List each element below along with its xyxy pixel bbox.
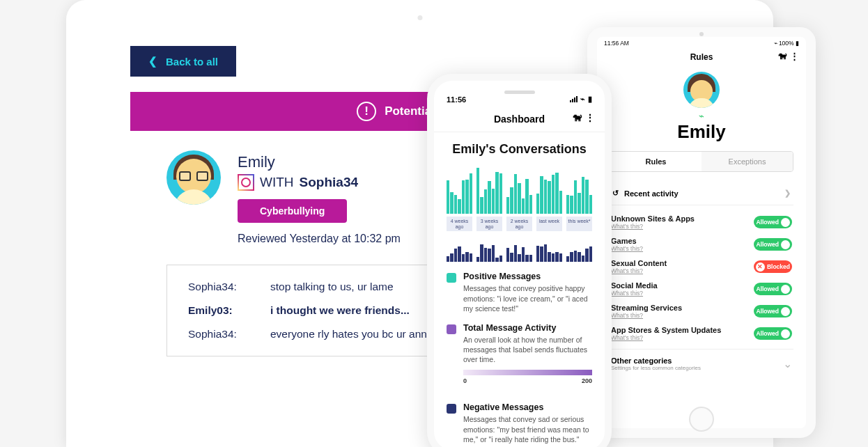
tabs: Rules Exceptions	[610, 151, 793, 172]
gradient-labels: 0 200	[463, 377, 592, 384]
battery-icon: ▮	[588, 95, 592, 104]
tablet-battery: ⌁ 100% ▮	[774, 40, 800, 47]
chevron-down-icon: ⌄	[783, 357, 792, 370]
chat-text: stop talking to us, ur lame	[270, 281, 394, 293]
rule-row: Streaming ServicesWhat's this?Allowed	[610, 300, 793, 322]
phone-status-bar: 11:56 ⌁ ▮	[434, 81, 605, 108]
positive-swatch	[447, 273, 456, 283]
rule-help-link[interactable]: What's this?	[611, 334, 721, 341]
legend-title: Negative Messages	[463, 402, 592, 412]
rule-help-link[interactable]: What's this?	[611, 223, 695, 230]
rule-row: Unknown Sites & AppsWhat's this?Allowed	[610, 211, 793, 233]
toggle-state: Blocked	[767, 263, 790, 270]
phone-device: 11:56 ⌁ ▮ Dashboard 🐕︎ ⋮ Emily's Convers…	[427, 74, 612, 447]
rule-row: GamesWhat's this?Allowed	[610, 233, 793, 256]
rule-label: App Stores & System Updates	[611, 326, 721, 334]
tablet-header: Rules 🐕︎ ⋮	[597, 49, 806, 68]
toggle-allowed[interactable]: Allowed	[754, 283, 792, 295]
profile-name: Emily	[238, 153, 401, 171]
tab-exceptions[interactable]: Exceptions	[702, 152, 793, 171]
rule-help-link[interactable]: What's this?	[611, 312, 682, 319]
legend-positive: Positive Messages Messages that convey p…	[447, 272, 592, 313]
toggle-allowed[interactable]: Allowed	[754, 305, 792, 317]
history-icon: ↺	[612, 189, 619, 198]
phone-time: 11:56	[447, 95, 466, 104]
wifi-status-icon: ⌁	[610, 111, 793, 121]
conversations-title: Emily's Conversations	[447, 142, 592, 157]
rule-label: Streaming Services	[611, 304, 682, 312]
tablet-time: 11:56 AM	[604, 40, 629, 47]
legend-desc: An overall look at how the number of mes…	[463, 335, 592, 365]
rule-row: App Stores & System UpdatesWhat's this?A…	[610, 322, 793, 345]
chat-sender: Sophia34:	[188, 281, 245, 293]
rule-help-link[interactable]: What's this?	[611, 245, 643, 252]
week-label: this week*	[566, 217, 592, 231]
tab-rules[interactable]: Rules	[610, 152, 702, 171]
chat-text: everyone rly hates you bc ur annoying	[270, 328, 453, 340]
chevron-right-icon: ❯	[784, 189, 791, 198]
chat-sender: Sophia34:	[188, 328, 245, 340]
toggle-state: Allowed	[756, 241, 779, 248]
conversation-with: WITH Sophia34	[238, 174, 401, 191]
other-sub: Settings for less common categories	[611, 365, 701, 371]
tablet-header-title: Rules	[690, 52, 713, 62]
toggle-allowed[interactable]: Allowed	[754, 327, 792, 340]
other-categories-row[interactable]: Other categories Settings for less commo…	[610, 349, 793, 371]
phone-speaker	[504, 91, 535, 94]
total-swatch	[447, 324, 456, 334]
rule-row: Sexual ContentWhat's this?Blocked✕	[610, 256, 793, 278]
negative-swatch	[447, 404, 456, 414]
week-label: 3 weeks ago	[476, 217, 502, 231]
rule-row: Social MediaWhat's this?Allowed	[610, 278, 793, 300]
signal-icon	[570, 96, 578, 102]
rule-label: Sexual Content	[611, 259, 667, 267]
gradient-min: 0	[463, 377, 467, 384]
instagram-icon	[238, 174, 254, 191]
phone-header-title: Dashboard	[494, 113, 545, 125]
toggle-state: Allowed	[756, 219, 779, 226]
rule-help-link[interactable]: What's this?	[611, 290, 658, 297]
chat-text: i thought we were friends...	[270, 304, 410, 317]
recent-activity-row[interactable]: ↺Recent activity ❯	[610, 182, 793, 205]
rule-label: Social Media	[611, 281, 658, 290]
legend-title: Total Message Activity	[463, 323, 592, 333]
peer-name: Sophia34	[300, 175, 358, 190]
legend-total: Total Message Activity An overall look a…	[447, 323, 592, 393]
week-label: 2 weeks ago	[506, 217, 532, 231]
child-name: Emily	[610, 121, 793, 143]
chat-sender: Emily03:	[188, 304, 245, 317]
chevron-left-icon: ❮	[148, 55, 157, 68]
legend-desc: Messages that convey positive happy emot…	[463, 283, 592, 313]
with-prefix: WITH	[260, 175, 294, 190]
issue-tag: Cyberbullying	[238, 199, 347, 223]
toggle-allowed[interactable]: Allowed	[754, 238, 792, 251]
toggle-state: Allowed	[756, 285, 779, 292]
toggle-blocked[interactable]: Blocked✕	[754, 260, 792, 273]
legend-desc: Messages that convey sad or serious emot…	[463, 414, 592, 444]
positive-bar-chart	[447, 165, 592, 214]
rule-help-link[interactable]: What's this?	[611, 267, 667, 274]
tablet-home-button[interactable]	[689, 407, 714, 432]
dog-icon[interactable]: 🐕︎ ⋮	[778, 51, 799, 61]
laptop-camera	[417, 15, 422, 20]
dog-icon[interactable]: 🐕︎ ⋮	[573, 112, 595, 123]
toggle-allowed[interactable]: Allowed	[754, 216, 792, 228]
avatar	[683, 72, 720, 108]
gradient-max: 200	[582, 377, 592, 384]
legend-title: Positive Messages	[463, 272, 592, 281]
tablet-device: 11:56 AM ⌁ 100% ▮ Rules 🐕︎ ⋮ ⌁ Emily Rul…	[587, 27, 816, 438]
alert-icon: !	[357, 102, 376, 121]
week-labels: 4 weeks ago3 weeks ago2 weeks agolast we…	[447, 217, 592, 231]
avatar	[166, 150, 221, 205]
week-label: last week	[536, 217, 562, 231]
gradient-scale	[463, 370, 592, 375]
recent-label: Recent activity	[624, 189, 679, 198]
other-title: Other categories	[611, 356, 701, 365]
wifi-icon: ⌁	[580, 95, 585, 104]
toggle-state: Allowed	[756, 330, 779, 337]
negative-bar-chart	[447, 235, 592, 262]
back-button[interactable]: ❮ Back to all	[130, 46, 236, 77]
tablet-camera	[699, 32, 704, 36]
back-label: Back to all	[166, 56, 218, 68]
rules-list: Unknown Sites & AppsWhat's this?AllowedG…	[610, 211, 793, 345]
